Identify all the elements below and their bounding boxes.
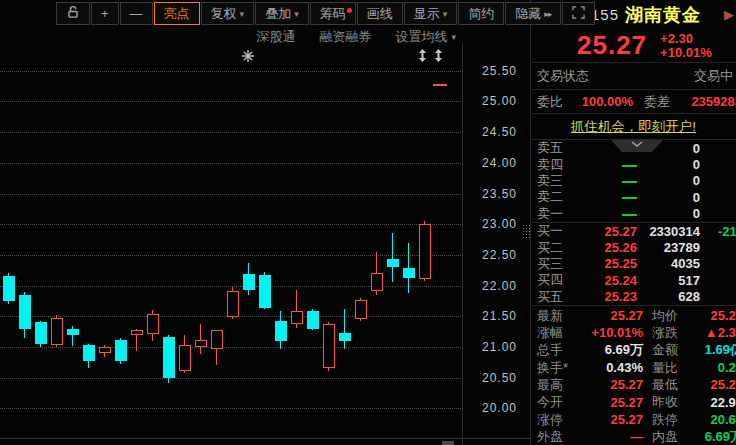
grid-line xyxy=(0,194,461,195)
simple-mode-button[interactable]: 简约 xyxy=(458,2,504,25)
buy-volume: 23789 xyxy=(637,240,700,255)
sell-row-3[interactable]: 卖三0 xyxy=(531,173,736,189)
margin-trading-label: 融资融券 xyxy=(319,28,371,46)
info-row: 最新25.27均价25.27 xyxy=(531,307,736,324)
candle-body xyxy=(419,224,431,279)
margin-trading-tab[interactable]: 融资融券 xyxy=(319,28,371,46)
buy-volume: 2330314 xyxy=(637,224,700,239)
sell-row-2[interactable]: 卖四0 xyxy=(531,156,736,172)
info-value: — xyxy=(581,429,643,444)
candle-body xyxy=(371,273,383,291)
sell-row-4[interactable]: 卖二0 xyxy=(531,189,736,205)
divider-drag-grip[interactable] xyxy=(522,224,530,239)
buy-price: 25.27 xyxy=(567,224,637,239)
candle-body xyxy=(227,291,239,317)
chart-right-border xyxy=(462,43,463,445)
hide-toolbar-button[interactable]: 隐藏▸▸ xyxy=(505,2,561,25)
price-change-pct: +10.01% xyxy=(660,46,712,60)
info-value: 0.24 xyxy=(696,360,736,375)
buy-row-1[interactable]: 买一25.272330314-216 xyxy=(531,223,736,239)
chart-toolbar: + — 亮点 复权▾ 叠加▾ 筹码 画线 显示▾ 简约 隐藏▸▸ xyxy=(56,2,595,25)
info-label: 今开 xyxy=(537,394,581,411)
asterisk-marker-icon xyxy=(242,48,256,62)
zoom-in-button[interactable]: + xyxy=(91,2,119,25)
buy-volume: 628 xyxy=(637,289,700,304)
next-stock-button[interactable]: ▶ xyxy=(724,7,734,22)
info-label: 涨幅 xyxy=(537,324,581,341)
empty-price-dash xyxy=(622,214,637,216)
candle-body xyxy=(307,311,319,328)
y-axis-tick-label: 20.50 xyxy=(467,371,517,385)
quote-row: 25.27 +2.30 +10.01% xyxy=(531,29,736,62)
set-ma-button[interactable]: 设置均线▾ xyxy=(395,28,456,46)
chip-distribution-label: 筹码 xyxy=(320,5,346,23)
kline-chart[interactable] xyxy=(0,0,462,445)
trade-status-label: 交易状态 xyxy=(537,67,589,85)
candle-body xyxy=(179,345,191,371)
info-label: 涨跌 xyxy=(652,324,696,341)
buy-row-5[interactable]: 买五25.23628 xyxy=(531,289,736,305)
updown-arrow-marker-icon xyxy=(434,48,448,62)
info-label: 昨收 xyxy=(652,394,696,411)
zoom-out-button[interactable]: — xyxy=(120,2,153,25)
grid-line xyxy=(0,163,461,164)
info-value: 25.27 xyxy=(696,308,736,323)
buy-level-label: 买三 xyxy=(537,256,567,272)
info-value: 25.27 xyxy=(581,308,643,323)
overlay-label: 叠加 xyxy=(265,5,291,23)
set-ma-label: 设置均线 xyxy=(395,28,447,46)
open-account-link[interactable]: 抓住机会，即刻开户! xyxy=(571,118,696,136)
y-axis-tick-label: 25.00 xyxy=(467,94,517,108)
display-button[interactable]: 显示▾ xyxy=(404,2,458,25)
grid-line xyxy=(0,408,461,409)
quote-info-grid: 最新25.27均价25.27涨幅+10.01%涨跌▲2.30总手6.69万金额1… xyxy=(531,306,736,445)
candle-wick xyxy=(344,309,345,349)
sz-connect-tab[interactable]: 深股通 xyxy=(256,28,295,46)
candle-body xyxy=(339,333,351,340)
info-row: 换手*0.43%量比0.24 xyxy=(531,359,736,376)
draw-line-button[interactable]: 画线 xyxy=(357,2,403,25)
info-label: 涨停 xyxy=(537,411,581,428)
lock-button[interactable] xyxy=(56,2,90,25)
info-value: 25.27 xyxy=(581,377,643,392)
candle-body xyxy=(83,345,95,360)
chart-scrollbar-thumb[interactable] xyxy=(442,441,454,445)
candle-body xyxy=(323,324,335,368)
buy-volume: 517 xyxy=(637,273,700,288)
buy-level-label: 买二 xyxy=(537,239,567,255)
candle-body xyxy=(131,330,143,335)
buy-row-2[interactable]: 买二25.2623789 xyxy=(531,239,736,255)
promo-row: 抓住机会，即刻开户! xyxy=(531,114,736,139)
y-axis-tick-label: 23.50 xyxy=(467,187,517,201)
buy-row-4[interactable]: 买四25.24517 xyxy=(531,272,736,288)
chart-bottom-border xyxy=(0,438,531,439)
last-price: 25.27 xyxy=(577,30,647,61)
buy-row-3[interactable]: 买三25.254035 xyxy=(531,256,736,272)
fullscreen-button[interactable] xyxy=(562,2,595,25)
overlay-button[interactable]: 叠加▾ xyxy=(255,2,309,25)
info-value: 20.67 xyxy=(696,412,736,427)
sell-price xyxy=(567,190,637,205)
y-axis-tick-label: 20.00 xyxy=(467,401,517,415)
display-label: 显示 xyxy=(414,5,440,23)
zoom-out-label: — xyxy=(130,6,143,21)
weibi-label: 委比 xyxy=(537,93,563,111)
info-label: 最新 xyxy=(537,307,581,324)
grid-line xyxy=(0,286,461,287)
sell-row-5[interactable]: 卖一0 xyxy=(531,206,736,222)
fullscreen-icon xyxy=(572,6,585,22)
candle-body xyxy=(259,275,271,308)
chip-distribution-button[interactable]: 筹码 xyxy=(310,2,356,25)
chart-sub-toolbar: 深股通 融资融券 设置均线▾ xyxy=(0,28,456,46)
empty-price-dash xyxy=(622,165,637,167)
highlight-button[interactable]: 亮点 xyxy=(154,2,200,25)
y-axis-tick-label: 24.00 xyxy=(467,156,517,170)
sell-level-label: 卖一 xyxy=(537,206,567,222)
updown-arrow-marker-icon xyxy=(418,48,432,62)
empty-price-dash xyxy=(622,181,637,183)
sell-price xyxy=(567,206,637,221)
sell-volume: 0 xyxy=(637,206,700,221)
adjust-rights-button[interactable]: 复权▾ xyxy=(201,2,255,25)
info-value: 0.43% xyxy=(581,360,643,375)
sz-connect-label: 深股通 xyxy=(256,28,295,46)
